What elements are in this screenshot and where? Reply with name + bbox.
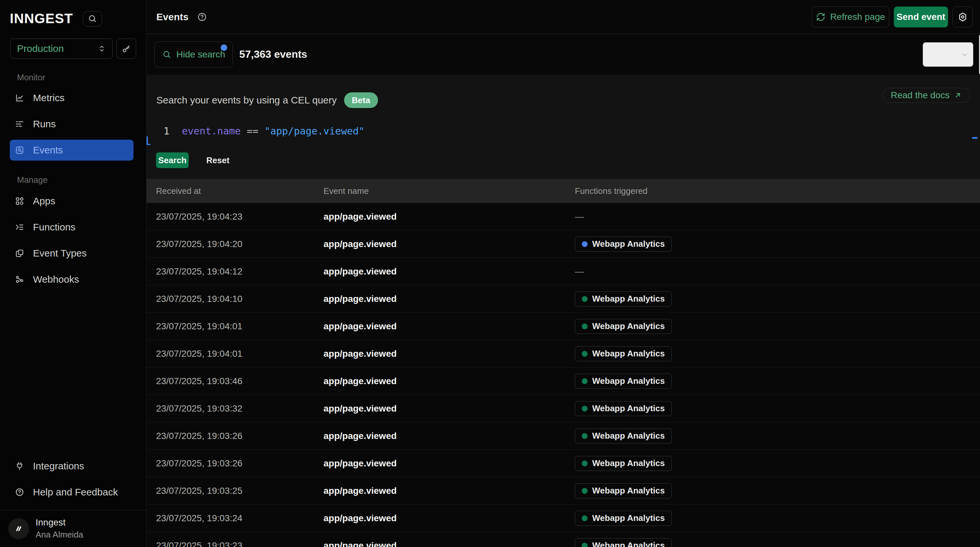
function-badge[interactable]: Webapp Analytics xyxy=(575,237,672,252)
sidebar-item-apps[interactable]: Apps xyxy=(10,191,134,211)
search-button[interactable]: Search xyxy=(156,153,189,168)
page-help-icon[interactable] xyxy=(197,12,207,22)
search-icon xyxy=(162,49,172,59)
search-icon xyxy=(88,14,97,24)
table-row[interactable]: 23/07/2025, 19:04:01app/page.viewedWebap… xyxy=(146,313,980,340)
environment-select[interactable]: Production xyxy=(10,38,113,59)
received-at-cell: 23/07/2025, 19:03:32 xyxy=(156,403,323,414)
sidebar-item-events[interactable]: Events xyxy=(10,140,134,161)
function-name: Webapp Analytics xyxy=(592,431,665,441)
section-label-monitor: Monitor xyxy=(17,72,45,83)
table-row[interactable]: 23/07/2025, 19:04:10app/page.viewedWebap… xyxy=(146,285,980,313)
functions-triggered-cell: Webapp Analytics xyxy=(575,456,980,471)
table-row[interactable]: 23/07/2025, 19:03:25app/page.viewedWebap… xyxy=(146,477,980,504)
function-name: Webapp Analytics xyxy=(592,376,665,386)
table-row[interactable]: 23/07/2025, 19:04:12app/page.viewed— xyxy=(146,258,980,285)
reset-button[interactable]: Reset xyxy=(206,155,229,165)
hide-search-button[interactable]: Hide search xyxy=(154,41,233,68)
key-icon xyxy=(121,44,131,54)
account-menu[interactable]: Inngest Ana Almeida xyxy=(8,517,83,540)
event-name-cell: app/page.viewed xyxy=(323,403,575,414)
event-name-cell: app/page.viewed xyxy=(323,376,575,386)
table-row[interactable]: 23/07/2025, 19:03:23app/page.viewedWebap… xyxy=(146,532,980,547)
manage-keys-button[interactable] xyxy=(116,38,136,59)
function-badge[interactable]: Webapp Analytics xyxy=(575,401,672,416)
function-badge[interactable]: Webapp Analytics xyxy=(575,483,672,498)
received-at-cell: 23/07/2025, 19:04:20 xyxy=(156,239,323,250)
send-event-button[interactable]: Send event xyxy=(894,6,948,27)
help-icon xyxy=(15,487,24,497)
user-name: Ana Almeida xyxy=(36,530,83,540)
table-row[interactable]: 23/07/2025, 19:04:01app/page.viewedWebap… xyxy=(146,340,980,367)
function-badge[interactable]: Webapp Analytics xyxy=(575,429,672,444)
function-badge[interactable]: Webapp Analytics xyxy=(575,456,672,471)
functions-triggered-cell: — xyxy=(575,211,980,222)
function-name: Webapp Analytics xyxy=(592,403,665,413)
function-badge[interactable]: Webapp Analytics xyxy=(575,346,672,361)
sidebar-item-help-and-feedback[interactable]: Help and Feedback xyxy=(10,482,134,502)
function-badge[interactable]: Webapp Analytics xyxy=(575,374,672,389)
line-number: 1 xyxy=(146,125,169,137)
sidebar-item-label: Runs xyxy=(33,118,56,130)
beta-badge: Beta xyxy=(344,92,378,108)
function-badge[interactable]: Webapp Analytics xyxy=(575,319,672,334)
query-actions: Search Reset xyxy=(156,153,229,168)
functions-triggered-cell: Webapp Analytics xyxy=(575,291,980,307)
received-at-cell: 23/07/2025, 19:03:26 xyxy=(156,431,323,441)
functions-triggered-cell: Webapp Analytics xyxy=(575,429,980,444)
event-name-cell: app/page.viewed xyxy=(323,513,575,523)
docs-label: Read the docs xyxy=(891,90,950,100)
table-row[interactable]: 23/07/2025, 19:03:46app/page.viewedWebap… xyxy=(146,367,980,395)
functions-triggered-cell: Webapp Analytics xyxy=(575,511,980,526)
sidebar-item-metrics[interactable]: Metrics xyxy=(10,87,134,108)
table-row[interactable]: 23/07/2025, 19:03:32app/page.viewedWebap… xyxy=(146,395,980,422)
settings-button[interactable] xyxy=(953,6,973,27)
sidebar-item-webhooks[interactable]: Webhooks xyxy=(10,269,134,290)
nav-footer: Integrations Help and Feedback xyxy=(10,456,134,508)
function-badge[interactable]: Webapp Analytics xyxy=(575,291,672,307)
function-badge[interactable]: Webapp Analytics xyxy=(575,511,672,526)
cel-query-editor[interactable]: 1 event.name == "app/page.viewed" xyxy=(146,122,980,140)
main-content: Events Refresh page Send event xyxy=(146,0,980,547)
org-name: Inngest xyxy=(36,517,83,528)
time-range-select[interactable]: Last 3d xyxy=(923,42,974,67)
account-info: Inngest Ana Almeida xyxy=(36,517,83,540)
event-types-icon xyxy=(15,248,24,258)
table-row[interactable]: 23/07/2025, 19:03:26app/page.viewedWebap… xyxy=(146,422,980,450)
sidebar-item-label: Event Types xyxy=(33,248,87,259)
table-row[interactable]: 23/07/2025, 19:03:24app/page.viewedWebap… xyxy=(146,504,980,532)
event-name-cell: app/page.viewed xyxy=(323,541,575,547)
notification-dot xyxy=(221,45,227,51)
sidebar-item-runs[interactable]: Runs xyxy=(10,114,134,134)
event-name-cell: app/page.viewed xyxy=(323,266,575,277)
sidebar-item-functions[interactable]: Functions xyxy=(10,217,134,238)
inngest-logo: INNGEST xyxy=(10,11,73,26)
events-toolbar: Hide search 57,363 events Last 3d xyxy=(146,34,980,75)
table-row[interactable]: 23/07/2025, 19:04:23app/page.viewed— xyxy=(146,203,980,231)
function-name: Webapp Analytics xyxy=(592,348,665,359)
table-row[interactable]: 23/07/2025, 19:04:20app/page.viewedWebap… xyxy=(146,231,980,258)
sidebar-item-label: Functions xyxy=(33,222,75,233)
function-badge[interactable]: Webapp Analytics xyxy=(575,538,672,547)
function-status-dot xyxy=(582,433,588,439)
editor-selection-mark-left xyxy=(146,137,151,145)
functions-triggered-cell: Webapp Analytics xyxy=(575,374,980,389)
function-status-dot xyxy=(582,461,588,466)
table-row[interactable]: 23/07/2025, 19:03:26app/page.viewedWebap… xyxy=(146,450,980,477)
refresh-page-button[interactable]: Refresh page xyxy=(811,6,889,27)
no-function-dash: — xyxy=(575,211,584,222)
function-status-dot xyxy=(582,296,588,302)
sidebar-item-event-types[interactable]: Event Types xyxy=(10,243,134,264)
function-name: Webapp Analytics xyxy=(592,294,665,304)
chevrons-up-down-icon xyxy=(97,44,107,53)
sidebar-search-button[interactable] xyxy=(83,11,102,26)
event-count: 57,363 events xyxy=(239,48,307,60)
column-received-at: Received at xyxy=(156,186,323,196)
event-name-cell: app/page.viewed xyxy=(323,431,575,441)
sidebar-item-integrations[interactable]: Integrations xyxy=(10,456,134,477)
time-range-value: Last 3d xyxy=(927,49,957,60)
received-at-cell: 23/07/2025, 19:03:23 xyxy=(156,541,323,547)
read-the-docs-button[interactable]: Read the docs xyxy=(882,88,970,103)
column-event-name: Event name xyxy=(323,186,575,196)
functions-triggered-cell: Webapp Analytics xyxy=(575,319,980,334)
